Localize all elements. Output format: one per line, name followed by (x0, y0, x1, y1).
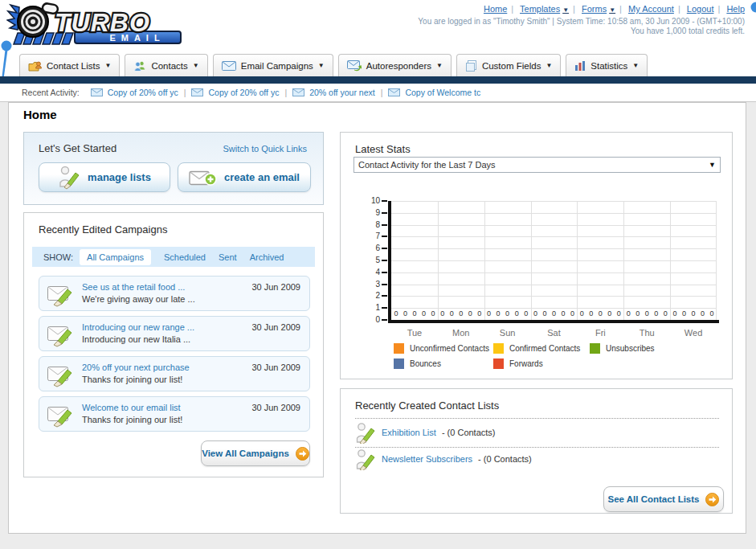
recent-activity-item[interactable]: 20% off your next (292, 88, 375, 97)
legend-label: Unconfirmed Contacts (410, 344, 489, 353)
chevron-down-icon: ▼ (632, 62, 639, 69)
contact-lists-panel: Recently Created Contact Lists Exhibitio… (340, 388, 733, 514)
campaign-date: 30 Jun 2009 (251, 403, 300, 412)
latest-stats-panel: Latest Stats Contact Activity for the La… (340, 132, 733, 379)
stats-period-select[interactable]: Contact Activity for the Last 7 Days ▼ (353, 157, 721, 173)
y-tick (382, 248, 387, 249)
recent-activity-item[interactable]: Copy of 20% off yc (91, 88, 178, 97)
legend-item: Unsubscribes (590, 343, 655, 354)
manage-lists-button[interactable]: manage lists (39, 162, 170, 192)
person-pencil-icon (355, 449, 376, 470)
y-tick (382, 260, 387, 261)
gridline (577, 201, 578, 320)
filter-all-campaigns[interactable]: All Campaigns (80, 249, 151, 265)
filter-archived[interactable]: Archived (250, 252, 284, 262)
top-nav-my-account[interactable]: My Account (628, 4, 674, 14)
separator: | (573, 4, 575, 14)
campaign-row[interactable]: Welcome to our email list Thanks for joi… (39, 396, 310, 432)
gridline (391, 260, 717, 261)
top-nav-forms[interactable]: Forms▼ (582, 4, 615, 14)
tab-custom-fields[interactable]: Custom Fields ▼ (456, 54, 561, 76)
y-tick (382, 284, 387, 285)
tab-contacts[interactable]: Contacts ▼ (125, 54, 207, 76)
bar-value-labels: 0 0 0 0 0 (438, 309, 484, 318)
chevron-down-icon: ▼ (546, 62, 552, 69)
chevron-down-icon: ▼ (193, 62, 199, 69)
filter-scheduled[interactable]: Scheduled (164, 252, 206, 262)
contact-list-item[interactable]: Newsletter Subscribers - (0 Contacts) (355, 448, 532, 470)
envelope-pencil-icon (47, 281, 76, 307)
campaign-rows: See us at the retail food ... We're givi… (39, 276, 310, 436)
y-tick (382, 272, 387, 273)
x-axis-label: Fri (577, 328, 623, 338)
y-axis-label: 1 (356, 303, 380, 312)
y-axis-label: 0 (356, 315, 380, 324)
y-tick (382, 307, 387, 309)
autoresponders-icon (347, 60, 362, 72)
custom-fields-icon (465, 60, 477, 72)
contacts-icon (133, 60, 146, 72)
separator: | (381, 88, 383, 97)
app-logo[interactable]: EMAIL TURBO (6, 2, 191, 51)
campaign-row[interactable]: Introducing our new range ... Introducin… (39, 316, 310, 351)
campaign-date: 30 Jun 2009 (251, 363, 300, 372)
campaign-row[interactable]: 20% off your next purchase Thanks for jo… (39, 356, 310, 391)
tab-label: Contacts (151, 61, 187, 71)
legend-item: Bounces (394, 358, 441, 369)
y-tick (382, 212, 387, 214)
tab-email-campaigns[interactable]: Email Campaigns ▼ (213, 54, 333, 76)
filter-sent[interactable]: Sent (219, 252, 237, 262)
gridline (391, 296, 717, 297)
contact-list-item[interactable]: Exhibition List - (0 Contacts) (355, 421, 496, 444)
campaign-date: 30 Jun 2009 (251, 322, 300, 332)
legend-swatch (493, 343, 504, 354)
campaign-subtitle: Thanks for joining our list! (82, 415, 182, 424)
y-tick (382, 200, 387, 202)
chart-legend: Unconfirmed ContactsConfirmed ContactsUn… (341, 343, 732, 379)
top-nav-logout[interactable]: Logout (687, 4, 714, 14)
top-nav-templates[interactable]: Templates▼ (520, 4, 569, 14)
campaign-row[interactable]: See us at the retail food ... We're givi… (39, 276, 310, 311)
top-nav-help[interactable]: Help (726, 4, 745, 14)
bar-value-labels: 0 0 0 0 0 (531, 309, 578, 318)
contact-count: - (0 Contacts) (478, 454, 532, 464)
switch-quick-links[interactable]: Switch to Quick Links (223, 144, 307, 154)
contact-activity-chart: 0123456789100 0 0 0 0Tue0 0 0 0 0Mon0 0 … (391, 201, 717, 320)
x-axis (388, 320, 719, 323)
x-axis-label: Mon (438, 328, 484, 338)
gridline (391, 285, 717, 285)
tab-contact-lists[interactable]: Contact Lists ▼ (19, 54, 120, 76)
campaigns-panel: Recently Edited Campaigns SHOW: All Camp… (23, 212, 324, 477)
create-email-button[interactable]: create an email (178, 162, 311, 192)
see-all-contact-lists-button[interactable]: See All Contact Lists (603, 486, 724, 512)
y-axis-label: 3 (356, 280, 380, 289)
x-axis-label: Sat (531, 328, 578, 338)
gridline (391, 213, 717, 214)
envelope-pencil-icon (47, 321, 76, 347)
x-axis-label: Sun (484, 328, 531, 338)
chevron-down-icon: ▼ (318, 62, 325, 69)
y-axis-label: 9 (356, 208, 380, 217)
gridline (391, 225, 717, 226)
y-axis-label: 10 (356, 196, 380, 205)
y-axis-label: 7 (356, 231, 380, 240)
gridline (438, 201, 439, 320)
tab-autoresponders[interactable]: Autoresponders ▼ (338, 54, 452, 76)
envelope-icon (191, 88, 203, 96)
gridline (531, 201, 532, 320)
legend-swatch (590, 343, 600, 354)
svg-text:TURBO: TURBO (55, 8, 150, 37)
y-tick (382, 319, 387, 321)
legend-item: Forwards (493, 358, 543, 369)
top-nav-home[interactable]: Home (484, 4, 507, 14)
legend-item: Unconfirmed Contacts (394, 343, 489, 354)
view-all-campaigns-button[interactable]: View All Campaigns (201, 440, 310, 466)
recent-activity-bar: Recent Activity: Copy of 20% off yc | Co… (0, 84, 756, 102)
y-tick (382, 236, 387, 237)
recent-activity-item[interactable]: Copy of 20% off yc (191, 88, 279, 97)
separator: | (511, 4, 513, 14)
recent-activity-item[interactable]: Copy of Welcome tc (388, 88, 480, 97)
tab-label: Statistics (590, 61, 627, 71)
tab-statistics[interactable]: Statistics ▼ (566, 54, 648, 76)
arrow-right-icon (296, 447, 309, 461)
